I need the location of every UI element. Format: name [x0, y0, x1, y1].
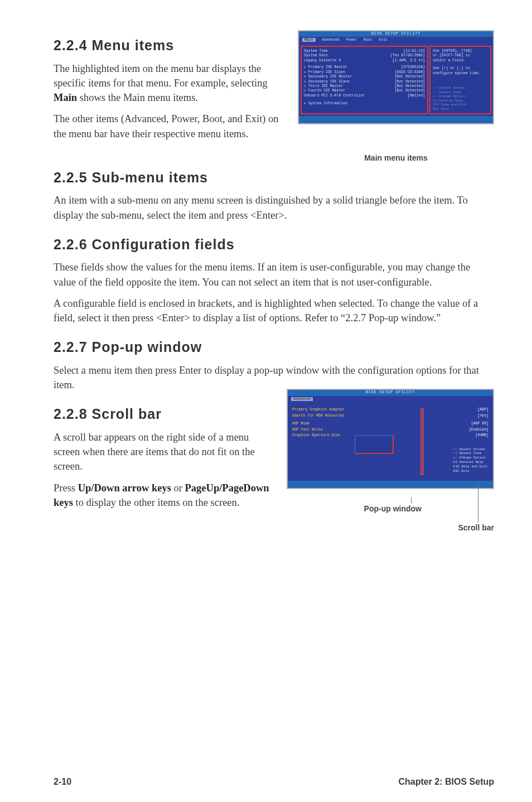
tab-power: Power	[346, 38, 357, 42]
tab-exit: Exit	[379, 38, 388, 42]
txt: shows the Main menu items.	[77, 92, 198, 103]
v: [Not Detected]	[391, 80, 425, 84]
k: ▸ Secondary IDE Slave	[304, 80, 350, 84]
v: [Yes]	[477, 414, 489, 418]
v: [AGP]	[477, 408, 489, 412]
bios-popup-screenshot: BIOS SETUP UTILITY Advanced Primary Grap…	[287, 389, 494, 489]
k: AGP Mode	[292, 422, 309, 426]
v: [Not Detected]	[391, 75, 425, 79]
heading-228: 2.2.8 Scroll bar	[54, 404, 271, 424]
help1: Use [ENTER], [TAB] or [SHIFT-TAB] to sel…	[433, 49, 488, 63]
v: [AGP 8X]	[471, 422, 489, 426]
k: Primary Graphics Adapter	[292, 408, 345, 412]
scroll-bar	[420, 408, 424, 475]
pop-menubar: Advanced	[288, 396, 493, 403]
tab-advanced: Advanced	[322, 38, 340, 42]
chapter-title: Chapter 2: BIOS Setup	[398, 776, 494, 789]
p-228-1: A scroll bar appears on the right side o…	[54, 430, 271, 474]
p-226-1: These fields show the values for the men…	[54, 260, 494, 289]
txt: to display the other items on the screen…	[73, 497, 240, 508]
p-225: An item with a sub-menu on any menu scre…	[54, 193, 494, 223]
callout-line-scroll	[478, 484, 478, 523]
v: [Not Detected]	[391, 89, 425, 93]
k: Onboard PCI S-ATA Controller	[304, 94, 365, 98]
k: Search for MDA Resources	[292, 414, 345, 418]
scroll-label: Scroll bar	[458, 523, 494, 534]
callout-line-popup	[411, 497, 412, 504]
p-224-1: The highlighted item on the menu bar dis…	[54, 61, 288, 105]
updown-keys: Up/Down arrow keys	[78, 482, 171, 494]
bios-main-screenshot: BIOS SETUP UTILITY Main Advanced Power B…	[298, 30, 494, 124]
k: ▸ Fourth IDE Master	[304, 89, 345, 93]
txt: Press	[54, 482, 78, 494]
k: ▸ Primary IDE Slave	[304, 70, 345, 75]
legend: ←→ Select Screen ↑↓ Select Item +- Chang…	[433, 86, 488, 111]
bios-foot	[299, 116, 493, 123]
main-menu-caption: Main menu items	[298, 153, 494, 164]
popup-box	[355, 435, 394, 454]
k: AGP Fast Write	[292, 428, 323, 432]
pop-foot	[288, 481, 493, 487]
bios-left-pane: System Time[11:51:19] System Date[Thu 07…	[301, 46, 428, 114]
k: ▸ Third IDE Master	[304, 84, 343, 89]
sysinfo: ▸ System Information	[304, 102, 425, 106]
txt: The highlighted item on the menu bar dis…	[54, 63, 268, 89]
k: ▸ Secondary IDE Master	[304, 75, 352, 79]
k: Legacy Diskette A	[304, 59, 341, 63]
v: [Native]	[404, 94, 425, 98]
bios-menubar: Main Advanced Power Boot Exit	[299, 37, 493, 44]
heading-227: 2.2.7 Pop-up window	[54, 337, 494, 357]
p-227: Select a menu item then press Enter to d…	[54, 363, 494, 393]
v: [ASUS CD-S340]	[391, 70, 425, 75]
k: Graphics Aperture Size	[292, 433, 340, 438]
k: ▸ Primary IDE Master	[304, 65, 347, 70]
p-226-2: A configurable field is enclosed in brac…	[54, 296, 494, 326]
k: System Date	[304, 54, 328, 58]
v: [ST320413A]	[398, 65, 425, 70]
txt: or	[171, 482, 185, 494]
v: [11:51:19]	[400, 49, 425, 54]
v: [Enabled]	[469, 428, 489, 432]
bios-title: BIOS SETUP UTILITY	[299, 31, 493, 37]
tab-main: Main	[302, 38, 316, 42]
v: [1.44M, 3.5 in]	[389, 59, 425, 63]
heading-226: 2.2.6 Configuration fields	[54, 235, 494, 255]
help2: Use [+] or [-] to configure system time.	[433, 66, 488, 76]
bios-right-pane: Use [ENTER], [TAB] or [SHIFT-TAB] to sel…	[429, 46, 491, 114]
v: [64MB]	[476, 433, 489, 438]
popup-label: Pop-up window	[364, 504, 422, 515]
v: [Thu 07/05/2005]	[387, 54, 425, 58]
v: [Not Detected]	[391, 84, 425, 89]
p-224-2: The other items (Advanced, Power, Boot, …	[54, 112, 288, 141]
heading-225: 2.2.5 Sub-menu items	[54, 168, 494, 188]
tab-boot: Boot	[364, 38, 373, 42]
main-bold: Main	[54, 92, 77, 103]
k: System Time	[304, 49, 328, 54]
pop-legend: ←→ Select Screen ↑↓ Select Item +- Chang…	[453, 447, 487, 474]
p-228-2: Press Up/Down arrow keys or PageUp/PageD…	[54, 481, 271, 510]
page-number: 2-10	[54, 776, 71, 789]
pop-title: BIOS SETUP UTILITY	[288, 390, 493, 395]
tab-advanced: Advanced	[291, 397, 313, 401]
